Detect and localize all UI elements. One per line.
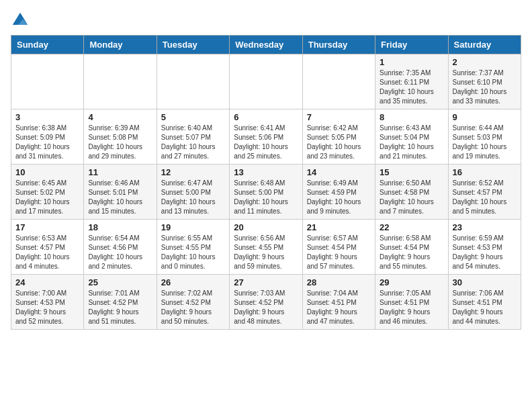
- calendar-day-28: 28Sunrise: 7:04 AM Sunset: 4:51 PM Dayli…: [302, 275, 375, 330]
- day-info: Sunrise: 6:40 AM Sunset: 5:07 PM Dayligh…: [161, 124, 225, 161]
- day-info: Sunrise: 6:55 AM Sunset: 4:55 PM Dayligh…: [161, 234, 225, 271]
- calendar-day-27: 27Sunrise: 7:03 AM Sunset: 4:52 PM Dayli…: [230, 275, 302, 330]
- calendar-day-empty: [84, 54, 157, 109]
- calendar-header-row: SundayMondayTuesdayWednesdayThursdayFrid…: [11, 36, 521, 54]
- day-number: 9: [453, 112, 517, 122]
- calendar-day-22: 22Sunrise: 6:58 AM Sunset: 4:54 PM Dayli…: [375, 220, 448, 275]
- day-number: 12: [161, 167, 225, 177]
- calendar-day-14: 14Sunrise: 6:49 AM Sunset: 4:59 PM Dayli…: [302, 165, 375, 220]
- day-number: 26: [161, 277, 225, 287]
- calendar-day-24: 24Sunrise: 7:00 AM Sunset: 4:53 PM Dayli…: [11, 275, 84, 330]
- col-header-friday: Friday: [375, 36, 448, 54]
- day-number: 6: [234, 112, 298, 122]
- calendar-day-7: 7Sunrise: 6:42 AM Sunset: 5:05 PM Daylig…: [302, 109, 375, 165]
- day-number: 28: [307, 277, 371, 287]
- day-info: Sunrise: 6:42 AM Sunset: 5:05 PM Dayligh…: [307, 124, 371, 161]
- calendar-day-16: 16Sunrise: 6:52 AM Sunset: 4:57 PM Dayli…: [448, 165, 521, 220]
- calendar-table: SundayMondayTuesdayWednesdayThursdayFrid…: [11, 35, 521, 330]
- day-info: Sunrise: 7:04 AM Sunset: 4:51 PM Dayligh…: [307, 289, 371, 326]
- day-info: Sunrise: 7:02 AM Sunset: 4:52 PM Dayligh…: [161, 289, 225, 326]
- day-number: 11: [88, 167, 152, 177]
- calendar-day-2: 2Sunrise: 7:37 AM Sunset: 6:10 PM Daylig…: [448, 54, 521, 109]
- day-info: Sunrise: 6:54 AM Sunset: 4:56 PM Dayligh…: [88, 234, 152, 271]
- calendar-day-empty: [302, 54, 375, 109]
- day-info: Sunrise: 6:45 AM Sunset: 5:02 PM Dayligh…: [15, 179, 79, 216]
- calendar-day-18: 18Sunrise: 6:54 AM Sunset: 4:56 PM Dayli…: [84, 220, 157, 275]
- day-number: 16: [453, 167, 517, 177]
- day-number: 1: [380, 57, 443, 67]
- calendar-day-30: 30Sunrise: 7:06 AM Sunset: 4:51 PM Dayli…: [448, 275, 521, 330]
- calendar-week-row: 3Sunrise: 6:38 AM Sunset: 5:09 PM Daylig…: [11, 109, 521, 165]
- day-info: Sunrise: 6:43 AM Sunset: 5:04 PM Dayligh…: [380, 124, 443, 161]
- day-info: Sunrise: 6:39 AM Sunset: 5:08 PM Dayligh…: [88, 124, 152, 161]
- day-info: Sunrise: 7:03 AM Sunset: 4:52 PM Dayligh…: [234, 289, 298, 326]
- day-number: 23: [453, 222, 517, 232]
- day-info: Sunrise: 6:48 AM Sunset: 5:00 PM Dayligh…: [234, 179, 298, 216]
- calendar-day-25: 25Sunrise: 7:01 AM Sunset: 4:52 PM Dayli…: [84, 275, 157, 330]
- day-number: 2: [453, 57, 517, 67]
- day-number: 21: [307, 222, 371, 232]
- day-info: Sunrise: 6:50 AM Sunset: 4:58 PM Dayligh…: [380, 179, 443, 216]
- day-info: Sunrise: 6:56 AM Sunset: 4:55 PM Dayligh…: [234, 234, 298, 271]
- calendar-day-29: 29Sunrise: 7:05 AM Sunset: 4:51 PM Dayli…: [375, 275, 448, 330]
- day-info: Sunrise: 6:44 AM Sunset: 5:03 PM Dayligh…: [453, 124, 517, 161]
- day-info: Sunrise: 6:46 AM Sunset: 5:01 PM Dayligh…: [88, 179, 152, 216]
- calendar-day-23: 23Sunrise: 6:59 AM Sunset: 4:53 PM Dayli…: [448, 220, 521, 275]
- day-info: Sunrise: 7:00 AM Sunset: 4:53 PM Dayligh…: [15, 289, 79, 326]
- calendar-day-empty: [11, 54, 84, 109]
- day-number: 22: [380, 222, 443, 232]
- day-number: 15: [380, 167, 443, 177]
- day-info: Sunrise: 6:58 AM Sunset: 4:54 PM Dayligh…: [380, 234, 443, 271]
- calendar-day-17: 17Sunrise: 6:53 AM Sunset: 4:57 PM Dayli…: [11, 220, 84, 275]
- day-number: 8: [380, 112, 443, 122]
- calendar-day-6: 6Sunrise: 6:41 AM Sunset: 5:06 PM Daylig…: [230, 109, 302, 165]
- logo-icon: [11, 11, 30, 30]
- calendar-day-11: 11Sunrise: 6:46 AM Sunset: 5:01 PM Dayli…: [84, 165, 157, 220]
- day-number: 19: [161, 222, 225, 232]
- col-header-saturday: Saturday: [448, 36, 521, 54]
- day-info: Sunrise: 6:47 AM Sunset: 5:00 PM Dayligh…: [161, 179, 225, 216]
- calendar-day-20: 20Sunrise: 6:56 AM Sunset: 4:55 PM Dayli…: [230, 220, 302, 275]
- calendar-day-empty: [157, 54, 229, 109]
- day-number: 27: [234, 277, 298, 287]
- col-header-monday: Monday: [84, 36, 157, 54]
- page-header: [11, 11, 521, 30]
- day-number: 18: [88, 222, 152, 232]
- day-info: Sunrise: 7:37 AM Sunset: 6:10 PM Dayligh…: [453, 68, 517, 106]
- day-info: Sunrise: 6:52 AM Sunset: 4:57 PM Dayligh…: [453, 179, 517, 216]
- day-info: Sunrise: 7:01 AM Sunset: 4:52 PM Dayligh…: [88, 289, 152, 326]
- day-info: Sunrise: 6:49 AM Sunset: 4:59 PM Dayligh…: [307, 179, 371, 216]
- calendar-week-row: 1Sunrise: 7:35 AM Sunset: 6:11 PM Daylig…: [11, 54, 521, 109]
- calendar-day-26: 26Sunrise: 7:02 AM Sunset: 4:52 PM Dayli…: [157, 275, 229, 330]
- calendar-day-8: 8Sunrise: 6:43 AM Sunset: 5:04 PM Daylig…: [375, 109, 448, 165]
- day-number: 4: [88, 112, 152, 122]
- calendar-day-12: 12Sunrise: 6:47 AM Sunset: 5:00 PM Dayli…: [157, 165, 229, 220]
- day-number: 14: [307, 167, 371, 177]
- day-number: 3: [15, 112, 79, 122]
- calendar-day-5: 5Sunrise: 6:40 AM Sunset: 5:07 PM Daylig…: [157, 109, 229, 165]
- calendar-day-3: 3Sunrise: 6:38 AM Sunset: 5:09 PM Daylig…: [11, 109, 84, 165]
- calendar-day-15: 15Sunrise: 6:50 AM Sunset: 4:58 PM Dayli…: [375, 165, 448, 220]
- col-header-thursday: Thursday: [302, 36, 375, 54]
- calendar-day-4: 4Sunrise: 6:39 AM Sunset: 5:08 PM Daylig…: [84, 109, 157, 165]
- day-number: 10: [15, 167, 79, 177]
- col-header-tuesday: Tuesday: [157, 36, 229, 54]
- col-header-wednesday: Wednesday: [230, 36, 302, 54]
- logo: [11, 11, 32, 30]
- day-number: 25: [88, 277, 152, 287]
- day-info: Sunrise: 6:59 AM Sunset: 4:53 PM Dayligh…: [453, 234, 517, 271]
- calendar-day-1: 1Sunrise: 7:35 AM Sunset: 6:11 PM Daylig…: [375, 54, 448, 109]
- day-number: 20: [234, 222, 298, 232]
- col-header-sunday: Sunday: [11, 36, 84, 54]
- calendar-day-21: 21Sunrise: 6:57 AM Sunset: 4:54 PM Dayli…: [302, 220, 375, 275]
- day-number: 7: [307, 112, 371, 122]
- calendar-day-19: 19Sunrise: 6:55 AM Sunset: 4:55 PM Dayli…: [157, 220, 229, 275]
- day-number: 5: [161, 112, 225, 122]
- day-info: Sunrise: 6:41 AM Sunset: 5:06 PM Dayligh…: [234, 124, 298, 161]
- day-info: Sunrise: 7:06 AM Sunset: 4:51 PM Dayligh…: [453, 289, 517, 326]
- day-info: Sunrise: 6:38 AM Sunset: 5:09 PM Dayligh…: [15, 124, 79, 161]
- day-number: 30: [453, 277, 517, 287]
- calendar-day-9: 9Sunrise: 6:44 AM Sunset: 5:03 PM Daylig…: [448, 109, 521, 165]
- calendar-week-row: 17Sunrise: 6:53 AM Sunset: 4:57 PM Dayli…: [11, 220, 521, 275]
- day-info: Sunrise: 6:53 AM Sunset: 4:57 PM Dayligh…: [15, 234, 79, 271]
